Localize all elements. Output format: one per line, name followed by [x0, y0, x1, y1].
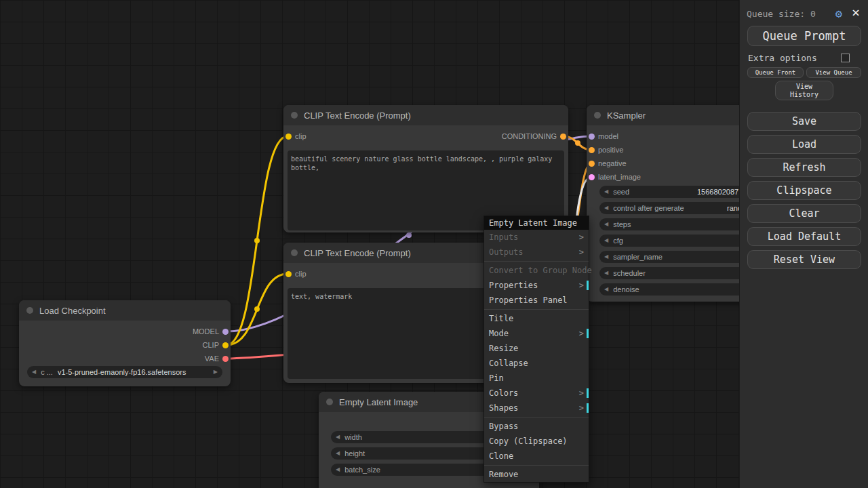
slot-dot-model[interactable]: [222, 329, 229, 335]
slot-label: clip: [295, 270, 307, 278]
left-arrow-icon[interactable]: ◀: [604, 186, 608, 198]
save-button[interactable]: Save: [747, 112, 861, 131]
link-midpoint-dot: [254, 306, 260, 312]
slot-dot-clip[interactable]: [222, 342, 229, 348]
node-title-bar[interactable]: Load Checkpoint: [19, 300, 231, 321]
menu-item-resize[interactable]: Resize: [484, 341, 589, 356]
node-load-checkpoint[interactable]: Load Checkpoint MODEL CLIP VAE ◀ c ... v…: [19, 300, 231, 386]
menu-item-remove[interactable]: Remove: [484, 467, 589, 482]
widget-label: height: [344, 449, 365, 458]
slot-dot-clip[interactable]: [285, 134, 292, 140]
menu-item-convert-to-group-node: Convert to Group Node: [484, 263, 589, 278]
node-title: Empty Latent Image: [339, 397, 418, 407]
clear-button[interactable]: Clear: [747, 204, 861, 223]
slot-label: positive: [598, 146, 623, 154]
menu-item-shapes[interactable]: Shapes >: [484, 401, 589, 415]
input-slot-clip: clip: [283, 267, 307, 281]
collapse-dot-icon[interactable]: [291, 112, 298, 119]
extra-options-label: Extra options: [748, 53, 817, 63]
menu-item-copy-clipspace[interactable]: Copy (Clipspace): [484, 434, 589, 449]
link-midpoint-dot: [254, 238, 260, 243]
left-arrow-icon[interactable]: ◀: [336, 464, 340, 476]
input-slot-clip: clip: [283, 129, 307, 143]
collapse-dot-icon[interactable]: [326, 399, 333, 405]
view-history-button[interactable]: View History: [775, 81, 833, 100]
left-arrow-icon[interactable]: ◀: [604, 202, 608, 214]
slot-dot-conditioning[interactable]: [589, 147, 595, 153]
ckpt-widget-value: v1-5-pruned-emaonly-fp16.safetensors: [58, 368, 186, 376]
slot-dot-model[interactable]: [589, 134, 595, 140]
widget-label: steps: [613, 220, 631, 228]
menu-item-label: Title: [489, 314, 513, 323]
slot-dot-conditioning[interactable]: [560, 134, 566, 140]
menu-item-pin[interactable]: Pin: [484, 371, 589, 386]
menu-item-colors[interactable]: Colors >: [484, 386, 589, 401]
ckpt-name-widget[interactable]: ◀ c ... v1-5-pruned-emaonly-fp16.safeten…: [27, 366, 222, 378]
settings-gear-icon[interactable]: ⚙: [835, 7, 842, 20]
widget-label: denoise: [613, 285, 639, 293]
menu-item-label: Properties Panel: [489, 296, 568, 305]
ckpt-widget-prefix: c ...: [41, 368, 53, 376]
slot-dot-latent[interactable]: [589, 174, 595, 180]
collapse-dot-icon[interactable]: [26, 307, 33, 314]
reset-view-button[interactable]: Reset View: [747, 250, 861, 269]
slot-label: VAE: [205, 354, 219, 363]
submenu-accent-bar: [587, 281, 589, 290]
node-title: KSampler: [607, 110, 646, 121]
menu-item-title[interactable]: Title: [484, 311, 589, 326]
left-arrow-icon[interactable]: ◀: [336, 431, 340, 443]
menu-item-inputs: Inputs >: [484, 230, 589, 245]
right-arrow-icon[interactable]: ▶: [214, 366, 218, 378]
queue-front-button[interactable]: Queue Front: [747, 67, 804, 78]
menu-item-label: Properties: [489, 281, 538, 290]
slot-label: MODEL: [193, 327, 219, 336]
menu-separator: [484, 417, 589, 418]
close-icon[interactable]: ×: [852, 4, 860, 20]
collapse-dot-icon[interactable]: [291, 249, 298, 256]
menu-item-outputs: Outputs >: [484, 245, 589, 260]
left-arrow-icon[interactable]: ◀: [604, 218, 608, 230]
menu-item-label: Inputs: [489, 232, 518, 242]
left-arrow-icon[interactable]: ◀: [336, 447, 340, 460]
slot-dot-clip[interactable]: [285, 271, 292, 277]
menu-item-properties-panel[interactable]: Properties Panel: [484, 293, 589, 308]
menu-item-label: Colors: [489, 388, 518, 398]
input-slot-negative: negative: [587, 157, 627, 170]
menu-separator: [484, 261, 589, 262]
menu-item-mode[interactable]: Mode >: [484, 326, 589, 341]
load-button[interactable]: Load: [747, 135, 861, 154]
queue-prompt-button[interactable]: Queue Prompt: [747, 26, 861, 46]
node-clip-text-encode-1[interactable]: CLIP Text Encode (Prompt) clip CONDITION…: [283, 105, 568, 232]
left-arrow-icon[interactable]: ◀: [604, 267, 608, 279]
menu-separator: [484, 309, 589, 310]
widget-label: cfg: [613, 237, 623, 245]
slot-dot-conditioning[interactable]: [589, 161, 595, 167]
submenu-accent-bar: [587, 388, 589, 398]
menu-item-label: Copy (Clipspace): [489, 436, 568, 446]
load-default-button[interactable]: Load Default: [747, 227, 861, 246]
menu-item-properties[interactable]: Properties >: [484, 278, 589, 293]
menu-item-clone[interactable]: Clone: [484, 449, 589, 464]
input-slot-positive: positive: [587, 143, 623, 157]
menu-item-label: Pin: [489, 373, 504, 383]
refresh-button[interactable]: Refresh: [747, 158, 861, 177]
left-arrow-icon[interactable]: ◀: [604, 235, 608, 247]
left-arrow-icon[interactable]: ◀: [32, 366, 36, 378]
extra-options-checkbox[interactable]: [841, 54, 850, 62]
menu-item-bypass[interactable]: Bypass: [484, 419, 589, 434]
menu-item-label: Clone: [489, 451, 513, 461]
left-arrow-icon[interactable]: ◀: [604, 251, 608, 263]
widget-label: sampler_name: [613, 253, 663, 261]
menu-item-collapse[interactable]: Collapse: [484, 356, 589, 371]
slot-dot-vae[interactable]: [222, 356, 229, 362]
node-title-bar[interactable]: CLIP Text Encode (Prompt): [283, 105, 568, 125]
clipspace-button[interactable]: Clipspace: [747, 181, 861, 200]
view-queue-button[interactable]: View Queue: [806, 67, 861, 78]
menu-item-label: Resize: [489, 344, 518, 353]
menu-separator: [484, 465, 589, 466]
collapse-dot-icon[interactable]: [594, 112, 601, 119]
menu-item-label: Bypass: [489, 422, 518, 431]
left-arrow-icon[interactable]: ◀: [604, 283, 608, 296]
menu-item-label: Remove: [489, 470, 518, 479]
node-canvas[interactable]: Load Checkpoint MODEL CLIP VAE ◀ c ... v…: [0, 0, 868, 488]
